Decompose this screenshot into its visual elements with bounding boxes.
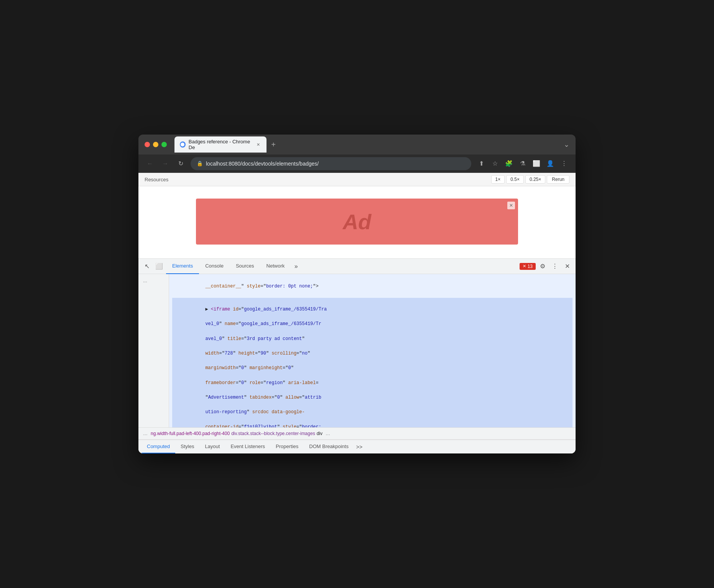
breadcrumb-ellipsis-right: … [324,431,332,436]
flask-icon[interactable]: ⚗ [517,158,528,169]
title-bar: Badges reference - Chrome De ✕ + ⌄ [138,135,576,154]
tab-sources[interactable]: Sources [230,259,260,274]
device-toolbar-icon[interactable]: ⬜ [154,261,165,272]
tab-elements[interactable]: Elements [166,259,199,274]
devtools-more-options-icon[interactable]: ⋮ [549,261,560,272]
address-bar: ← → ↻ 🔒 localhost:8080/docs/devtools/ele… [138,154,576,173]
address-icons: ⬆ ☆ 🧩 ⚗ ⬜ 👤 ⋮ [476,158,569,169]
zoom-quarter-button[interactable]: 0.25× [525,175,545,184]
breadcrumb-item-2[interactable]: div.stack.stack--block.type.center-image… [231,431,315,436]
tab-properties[interactable]: Properties [270,440,304,453]
tab-computed[interactable]: Computed [141,440,175,453]
ad-close-button[interactable]: ✕ [507,202,515,209]
extensions-icon[interactable]: 🧩 [503,158,514,169]
error-badge[interactable]: ✕ 13 [520,263,536,270]
share-icon[interactable]: ⬆ [476,158,487,169]
window-menu-button[interactable]: ⌄ [564,140,569,149]
devtools-close-icon[interactable]: ✕ [562,261,573,272]
page-content: Resources 1× 0.5× 0.25× Rerun Ad ✕ [138,173,576,258]
devtools-settings-icon[interactable]: ⚙ [537,261,548,272]
ad-text: Ad [343,209,372,234]
zoom-half-button[interactable]: 0.5× [506,175,524,184]
url-text: localhost:8080/docs/devtools/elements/ba… [206,161,319,167]
tab-favicon [180,141,186,148]
demo-bar: Resources 1× 0.5× 0.25× Rerun [138,173,576,186]
breadcrumb-ellipsis-left: … [141,431,149,436]
maximize-window-button[interactable] [161,142,167,147]
address-field[interactable]: 🔒 localhost:8080/docs/devtools/elements/… [191,157,471,170]
close-window-button[interactable] [145,142,150,147]
active-tab[interactable]: Badges reference - Chrome De ✕ [174,136,267,153]
tab-event-listeners[interactable]: Event Listeners [225,440,270,453]
tab-title: Badges reference - Chrome De [189,139,253,150]
split-view-icon[interactable]: ⬜ [531,158,542,169]
tab-console[interactable]: Console [199,259,230,274]
tab-styles[interactable]: Styles [175,440,199,453]
back-button[interactable]: ← [145,158,155,169]
more-devtools-tabs-icon[interactable]: » [291,261,301,272]
tab-bar: Badges reference - Chrome De ✕ + [174,136,559,153]
devtools-toolbar: ↖ ⬜ Elements Console Sources Network » ✕… [138,259,576,274]
browser-window: Badges reference - Chrome De ✕ + ⌄ ← → ↻… [138,135,576,453]
tab-network[interactable]: Network [260,259,291,274]
error-icon: ✕ [523,264,526,269]
rerun-button[interactable]: Rerun [547,175,569,184]
devtools-code-panel: __container__" style="border: 0pt none;"… [169,274,576,427]
left-panel-ellipsis: ··· [141,277,166,286]
zoom-1x-button[interactable]: 1× [491,175,505,184]
inspect-element-icon[interactable]: ↖ [141,261,152,272]
tab-layout[interactable]: Layout [199,440,225,453]
error-count: 13 [528,264,533,269]
breadcrumb-item-1[interactable]: ng.width-full.pad-left-400.pad-right-400 [151,431,230,436]
bookmark-icon[interactable]: ☆ [490,158,500,169]
more-bottom-tabs-icon[interactable]: >> [354,440,365,453]
devtools-toolbar-right: ✕ 13 ⚙ ⋮ ✕ [520,261,573,272]
profile-icon[interactable]: 👤 [545,158,556,169]
code-line-1: __container__" style="border: 0pt none;"… [172,276,573,298]
code-line-iframe[interactable]: ▶ <iframe id="google_ads_iframe_/6355419… [172,298,573,427]
devtools-left-panel: ··· [138,274,169,427]
devtools-main: ··· __container__" style="border: 0pt no… [138,274,576,427]
traffic-lights [145,142,167,147]
lock-icon: 🔒 [197,161,203,166]
zoom-buttons: 1× 0.5× 0.25× Rerun [491,175,569,184]
breadcrumb-item-3[interactable]: div [317,431,322,436]
refresh-button[interactable]: ↻ [175,158,186,169]
forward-button[interactable]: → [160,158,171,169]
devtools: ↖ ⬜ Elements Console Sources Network » ✕… [138,258,576,453]
resources-label: Resources [145,177,168,182]
minimize-window-button[interactable] [153,142,158,147]
devtools-bottom-tabs: Computed Styles Layout Event Listeners P… [138,440,576,453]
tab-close-button[interactable]: ✕ [255,141,261,148]
chrome-menu-icon[interactable]: ⋮ [559,158,569,169]
new-tab-button[interactable]: + [268,139,279,150]
devtools-breadcrumb: … ng.width-full.pad-left-400.pad-right-4… [138,427,576,440]
tab-dom-breakpoints[interactable]: DOM Breakpoints [304,440,354,453]
ad-banner: Ad ✕ [196,199,518,245]
devtools-tabs: Elements Console Sources Network » [166,259,301,274]
